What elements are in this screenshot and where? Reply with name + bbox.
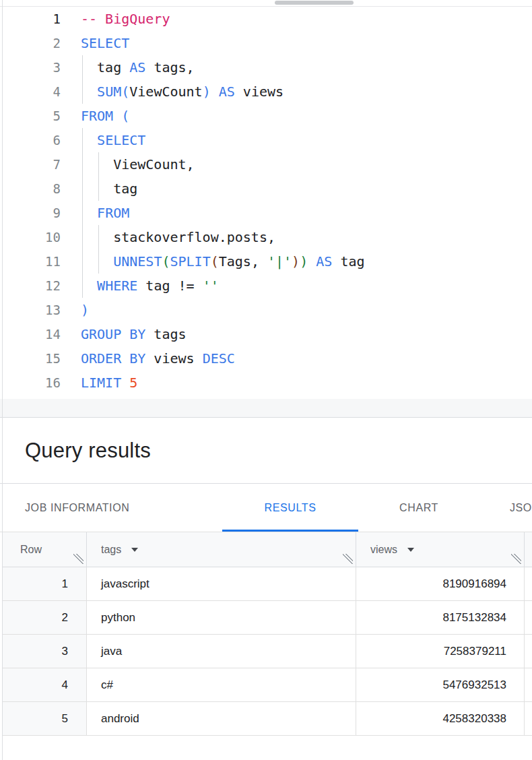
indent-guide-line <box>82 177 83 201</box>
column-resize-handle[interactable] <box>73 554 84 564</box>
column-header-extra <box>525 532 532 567</box>
code-line[interactable]: 9 FROM <box>0 201 532 225</box>
line-number: 13 <box>0 298 61 322</box>
line-number: 2 <box>0 31 61 55</box>
empty-cell <box>525 601 532 634</box>
views-cell: 8175132834 <box>356 601 525 634</box>
column-resize-handle[interactable] <box>343 554 353 564</box>
empty-cell <box>525 635 532 668</box>
line-number: 4 <box>0 80 61 104</box>
code-line[interactable]: 1-- BigQuery <box>0 7 532 31</box>
indent-guide-line <box>82 80 83 104</box>
editor-bottom-pad <box>0 399 532 418</box>
views-cell: 7258379211 <box>356 635 525 668</box>
tags-cell: android <box>87 702 356 735</box>
code-line[interactable]: 14GROUP BY tags <box>0 322 532 346</box>
results-tab-bar: JOB INFORMATION RESULTS CHART JSON <box>0 484 532 532</box>
line-number: 12 <box>0 274 61 298</box>
code-text: tag AS tags, <box>81 55 195 80</box>
empty-cell <box>525 668 532 701</box>
code-text: FROM ( <box>81 104 129 128</box>
code-line[interactable]: 6 SELECT <box>0 128 532 152</box>
tab-job-information[interactable]: JOB INFORMATION <box>25 484 129 532</box>
line-number: 14 <box>0 322 61 346</box>
indent-guide-line <box>82 201 83 225</box>
indent-guide-line <box>82 128 83 152</box>
line-number: 11 <box>0 249 61 274</box>
code-line[interactable]: 8 tag <box>0 177 532 201</box>
code-text: LIMIT 5 <box>81 371 137 395</box>
row-number-cell: 2 <box>3 601 87 634</box>
indent-guide-line <box>98 225 99 249</box>
column-header-views[interactable]: views <box>356 532 525 567</box>
views-cell: 8190916894 <box>356 567 525 600</box>
row-number-cell: 1 <box>3 567 87 600</box>
code-line[interactable]: 2SELECT <box>0 31 532 55</box>
tab-results[interactable]: RESULTS <box>265 484 317 532</box>
line-number: 1 <box>0 7 61 31</box>
indent-guide-line <box>82 55 83 80</box>
code-text: ORDER BY views DESC <box>81 346 235 371</box>
line-number: 9 <box>0 201 61 225</box>
empty-cell <box>525 567 532 600</box>
column-header-tags[interactable]: tags <box>87 532 356 567</box>
column-header-label: views <box>370 544 397 556</box>
code-text: SUM(ViewCount) AS views <box>81 80 284 104</box>
query-results-header: Query results <box>0 418 532 484</box>
line-number: 6 <box>0 128 61 152</box>
sort-arrow-icon[interactable] <box>131 548 138 552</box>
row-number-cell: 4 <box>3 668 87 701</box>
table-row: 5android4258320338 <box>3 702 532 736</box>
views-cell: 5476932513 <box>356 668 525 701</box>
indent-guide-line <box>82 225 83 249</box>
code-text: FROM <box>81 201 129 225</box>
table-row: 2python8175132834 <box>3 601 532 635</box>
code-line[interactable]: 10 stackoverflow.posts, <box>0 225 532 249</box>
empty-cell <box>525 702 532 735</box>
code-line[interactable]: 5FROM ( <box>0 104 532 128</box>
tab-chart[interactable]: CHART <box>399 484 438 532</box>
line-number: 5 <box>0 104 61 128</box>
indent-guide-line <box>82 249 83 274</box>
indent-guide-line <box>82 274 83 298</box>
indent-guide-line <box>98 249 99 274</box>
code-line[interactable]: 4 SUM(ViewCount) AS views <box>0 80 532 104</box>
table-body: 1javascript81909168942python81751328343j… <box>3 567 532 736</box>
tab-json[interactable]: JSON <box>510 484 532 532</box>
tags-cell: javascript <box>87 567 356 600</box>
sort-arrow-icon[interactable] <box>407 548 414 552</box>
tags-cell: java <box>87 635 356 668</box>
bottom-whitespace <box>0 736 532 760</box>
code-line[interactable]: 11 UNNEST(SPLIT(Tags, '|')) AS tag <box>0 249 532 274</box>
panel-left-border <box>2 0 3 760</box>
results-table: Row tags views 1javascript81909168942pyt… <box>0 532 532 736</box>
line-number: 8 <box>0 177 61 201</box>
table-row: 3java7258379211 <box>3 635 532 668</box>
code-text: -- BigQuery <box>81 7 170 31</box>
table-header-row: Row tags views <box>3 532 532 567</box>
row-number-cell: 3 <box>3 635 87 668</box>
editor-top-edge <box>0 0 532 7</box>
column-header-row: Row <box>3 532 87 567</box>
column-resize-handle[interactable] <box>511 554 521 564</box>
column-header-label: tags <box>101 544 121 556</box>
line-number: 10 <box>0 225 61 249</box>
views-cell: 4258320338 <box>356 702 525 735</box>
line-number: 15 <box>0 346 61 371</box>
indent-guide-line <box>98 177 99 201</box>
code-line[interactable]: 7 ViewCount, <box>0 152 532 177</box>
column-header-label: Row <box>20 544 42 556</box>
sql-editor[interactable]: 1-- BigQuery2SELECT3 tag AS tags,4 SUM(V… <box>0 7 532 395</box>
code-line[interactable]: 16LIMIT 5 <box>0 371 532 395</box>
code-text: ) <box>81 298 89 322</box>
code-line[interactable]: 3 tag AS tags, <box>0 55 532 80</box>
code-line[interactable]: 15ORDER BY views DESC <box>0 346 532 371</box>
code-line[interactable]: 13) <box>0 298 532 322</box>
indent-guide-line <box>98 152 99 177</box>
tags-cell: python <box>87 601 356 634</box>
code-text: WHERE tag != '' <box>81 274 219 298</box>
row-number-cell: 5 <box>3 702 87 735</box>
horizontal-scrollbar-thumb[interactable] <box>275 1 354 5</box>
code-text: UNNEST(SPLIT(Tags, '|')) AS tag <box>81 249 365 274</box>
code-line[interactable]: 12 WHERE tag != '' <box>0 274 532 298</box>
